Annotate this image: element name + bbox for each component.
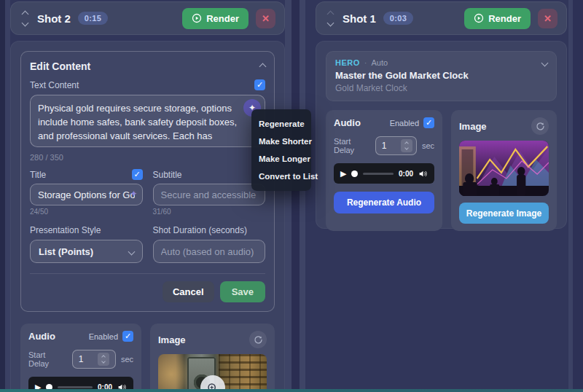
image-header: Image xyxy=(459,117,549,135)
title-char-count: 24/50 xyxy=(30,208,143,216)
bg-stripe xyxy=(300,0,305,392)
close-icon: ✕ xyxy=(544,13,552,24)
menu-item-convert-to-list[interactable]: Convert to List xyxy=(251,168,311,185)
sparkle-icon[interactable]: ✦ xyxy=(130,189,137,199)
bg-stripe xyxy=(573,0,583,392)
stepper-control[interactable] xyxy=(401,139,412,152)
bg-stripe xyxy=(0,0,5,392)
vault-image[interactable] xyxy=(158,354,267,392)
menu-item-make-shorter[interactable]: Make Shorter xyxy=(251,133,311,150)
cancel-button[interactable]: Cancel xyxy=(163,281,214,302)
presentation-style-select[interactable]: List (Points) xyxy=(30,240,143,263)
title-input-wrap: ✦ xyxy=(30,184,143,205)
title-input[interactable] xyxy=(30,184,143,205)
bg-stripe xyxy=(285,0,292,392)
subtitle-input[interactable] xyxy=(153,184,266,205)
shot1-delete-button[interactable]: ✕ xyxy=(538,9,557,28)
edit-content-panel: Edit Content Text Content ✓ Physical gol… xyxy=(20,51,275,312)
shot2-column: Shot 2 0:15 Render ✕ Edit Content Text C… xyxy=(10,0,285,392)
shot-duration-input[interactable] xyxy=(153,240,266,263)
image-refresh-button[interactable] xyxy=(531,117,549,135)
presentation-style-label: Presentation Style xyxy=(30,225,101,235)
vault-image-detail xyxy=(219,354,267,392)
volume-icon[interactable] xyxy=(418,169,428,179)
start-delay-input[interactable] xyxy=(73,354,98,364)
subtitle-field-group: Subtitle 31/60 xyxy=(153,169,266,216)
divider xyxy=(30,273,265,274)
shot2-card: Edit Content Text Content ✓ Physical gol… xyxy=(10,41,285,392)
play-icon[interactable]: ▶ xyxy=(340,169,346,179)
move-up-icon[interactable] xyxy=(21,10,28,17)
menu-item-regenerate[interactable]: Regenerate xyxy=(251,115,311,133)
image-title: Image xyxy=(459,121,487,132)
menu-item-make-longer[interactable]: Make Longer xyxy=(251,150,311,168)
image-title: Image xyxy=(158,334,186,345)
regenerate-image-button[interactable]: Regenerate Image xyxy=(459,203,549,224)
audio-title: Audio xyxy=(334,117,361,128)
shot1-render-button[interactable]: Render xyxy=(464,8,531,29)
shot2-delete-button[interactable]: ✕ xyxy=(256,9,275,28)
stepper-control[interactable] xyxy=(98,353,109,366)
shot1-image-panel: Image xyxy=(451,110,557,231)
hero-mode: Auto xyxy=(371,58,388,67)
start-delay-label: Start Delay xyxy=(28,350,67,368)
audio-enabled-label: Enabled xyxy=(390,119,419,128)
text-content-textarea[interactable]: Physical gold requires secure storage, o… xyxy=(30,95,265,147)
start-delay-box xyxy=(375,136,417,155)
hero-subtitle: Gold Market Clock xyxy=(335,83,547,93)
render-label: Render xyxy=(206,13,239,24)
start-delay-unit: sec xyxy=(422,141,434,150)
seek-track[interactable] xyxy=(363,173,394,175)
text-content-label: Text Content xyxy=(30,80,79,90)
seek-track[interactable] xyxy=(58,386,93,388)
shot1-media-row: Audio Enabled ✓ Start Delay sec xyxy=(326,110,557,231)
shot1-duration-badge: 0:03 xyxy=(383,12,413,25)
shot1-reorder xyxy=(325,12,335,26)
text-content-char-count: 280 / 350 xyxy=(30,153,265,162)
bg-stripe xyxy=(5,0,10,392)
collapse-icon[interactable] xyxy=(259,63,267,70)
subtitle-label: Subtitle xyxy=(153,170,182,180)
dot-separator: · xyxy=(364,58,367,67)
move-up-icon[interactable] xyxy=(326,10,334,17)
move-down-icon[interactable] xyxy=(326,19,334,26)
image-header: Image xyxy=(158,331,267,348)
chevron-down-icon xyxy=(128,248,135,255)
start-delay-label: Start Delay xyxy=(334,137,370,154)
start-delay-box xyxy=(72,350,116,369)
edit-actions: Cancel Save xyxy=(30,281,265,302)
shot1-title: Shot 1 xyxy=(343,12,376,25)
start-delay-unit: sec xyxy=(121,355,133,364)
shot1-audio-panel: Audio Enabled ✓ Start Delay sec xyxy=(326,110,442,231)
stepper-down-icon xyxy=(101,359,106,364)
seek-knob[interactable] xyxy=(351,170,358,177)
audio-header: Audio Enabled ✓ xyxy=(28,331,133,342)
audio-enabled-checkbox[interactable]: ✓ xyxy=(122,331,133,342)
title-label-row: Title ✓ xyxy=(30,169,143,180)
start-delay-input[interactable] xyxy=(376,141,401,151)
title-checkbox[interactable]: ✓ xyxy=(132,169,143,180)
move-down-icon[interactable] xyxy=(21,19,28,26)
text-content-row: Text Content ✓ xyxy=(30,79,265,90)
audio-enabled-label: Enabled xyxy=(89,332,118,341)
ai-context-menu: Regenerate Make Shorter Make Longer Conv… xyxy=(251,109,311,191)
timeline-edge-strip xyxy=(0,389,583,392)
chevron-down-icon[interactable] xyxy=(541,59,549,66)
hero-bar[interactable]: HERO · Auto Master the Gold Market Clock… xyxy=(326,51,557,101)
shot2-render-button[interactable]: Render xyxy=(182,8,249,29)
save-button[interactable]: Save xyxy=(220,281,265,302)
trading-chart-image[interactable] xyxy=(459,141,549,196)
column-divider xyxy=(292,0,300,392)
shot1-card: HERO · Auto Master the Gold Market Clock… xyxy=(316,41,567,229)
text-content-checkbox[interactable]: ✓ xyxy=(254,79,265,90)
audio-player: ▶ 0:00 xyxy=(334,163,434,184)
shot2-audio-panel: Audio Enabled ✓ Start Delay sec xyxy=(20,324,141,392)
shot1-header: Shot 1 0:03 Render ✕ xyxy=(316,1,567,35)
edit-content-header: Edit Content xyxy=(30,60,265,72)
image-refresh-button[interactable] xyxy=(249,331,267,348)
edit-content-title: Edit Content xyxy=(30,60,90,72)
play-circle-icon xyxy=(474,13,484,23)
regenerate-audio-button[interactable]: Regenerate Audio xyxy=(334,192,434,213)
start-delay-row: Start Delay sec xyxy=(334,136,434,155)
audio-enabled-checkbox[interactable]: ✓ xyxy=(423,117,434,128)
